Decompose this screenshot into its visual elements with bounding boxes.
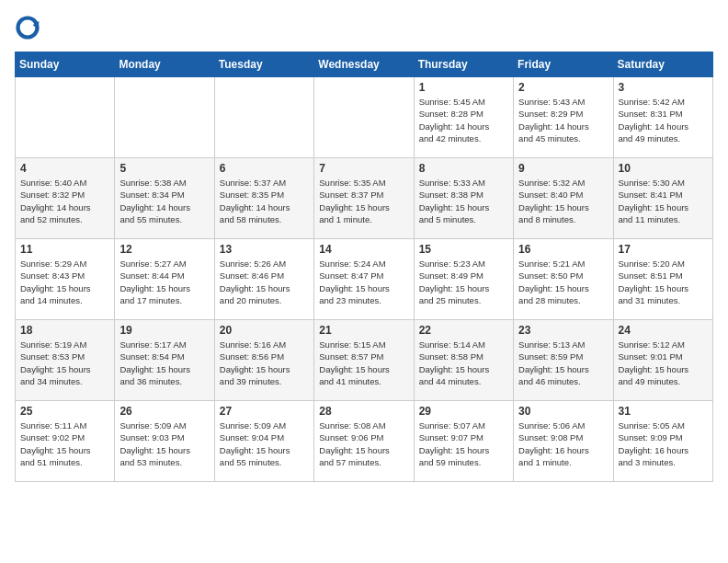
day-number: 7 xyxy=(319,162,408,175)
day-info: Sunrise: 5:23 AM Sunset: 8:49 PM Dayligh… xyxy=(419,258,508,306)
calendar-header-thursday: Thursday xyxy=(414,52,513,77)
day-number: 20 xyxy=(220,324,309,337)
logo xyxy=(15,15,44,40)
calendar-cell: 21Sunrise: 5:15 AM Sunset: 8:57 PM Dayli… xyxy=(314,320,414,401)
calendar-cell xyxy=(214,77,313,158)
day-number: 3 xyxy=(619,81,708,94)
day-number: 15 xyxy=(419,243,508,256)
day-info: Sunrise: 5:24 AM Sunset: 8:47 PM Dayligh… xyxy=(319,258,408,306)
day-info: Sunrise: 5:12 AM Sunset: 9:01 PM Dayligh… xyxy=(619,339,708,387)
day-number: 31 xyxy=(619,405,708,418)
day-number: 1 xyxy=(419,81,508,94)
day-number: 21 xyxy=(319,324,408,337)
calendar-week-1: 1Sunrise: 5:45 AM Sunset: 8:28 PM Daylig… xyxy=(16,77,713,158)
day-number: 5 xyxy=(119,162,209,175)
calendar-cell: 19Sunrise: 5:17 AM Sunset: 8:54 PM Dayli… xyxy=(115,320,214,401)
day-info: Sunrise: 5:38 AM Sunset: 8:34 PM Dayligh… xyxy=(119,177,209,225)
day-info: Sunrise: 5:09 AM Sunset: 9:03 PM Dayligh… xyxy=(119,419,209,468)
day-info: Sunrise: 5:17 AM Sunset: 8:54 PM Dayligh… xyxy=(119,339,209,387)
day-number: 8 xyxy=(419,162,508,175)
day-info: Sunrise: 5:13 AM Sunset: 8:59 PM Dayligh… xyxy=(518,339,608,387)
day-number: 25 xyxy=(20,405,109,418)
day-info: Sunrise: 5:07 AM Sunset: 9:07 PM Dayligh… xyxy=(419,419,508,468)
calendar-week-2: 4Sunrise: 5:40 AM Sunset: 8:32 PM Daylig… xyxy=(16,158,713,239)
day-number: 23 xyxy=(518,324,608,337)
calendar-week-3: 11Sunrise: 5:29 AM Sunset: 8:43 PM Dayli… xyxy=(16,239,713,320)
day-number: 14 xyxy=(319,243,408,256)
calendar-cell: 20Sunrise: 5:16 AM Sunset: 8:56 PM Dayli… xyxy=(214,320,313,401)
calendar-week-4: 18Sunrise: 5:19 AM Sunset: 8:53 PM Dayli… xyxy=(16,320,713,401)
calendar-cell xyxy=(115,77,214,158)
day-number: 4 xyxy=(20,162,109,175)
day-info: Sunrise: 5:26 AM Sunset: 8:46 PM Dayligh… xyxy=(220,258,309,306)
calendar-cell: 22Sunrise: 5:14 AM Sunset: 8:58 PM Dayli… xyxy=(414,320,513,401)
day-info: Sunrise: 5:40 AM Sunset: 8:32 PM Dayligh… xyxy=(20,177,109,225)
calendar-cell: 9Sunrise: 5:32 AM Sunset: 8:40 PM Daylig… xyxy=(514,158,613,239)
day-info: Sunrise: 5:11 AM Sunset: 9:02 PM Dayligh… xyxy=(20,419,109,468)
calendar-header-friday: Friday xyxy=(514,52,613,77)
day-info: Sunrise: 5:32 AM Sunset: 8:40 PM Dayligh… xyxy=(518,177,608,225)
calendar-cell: 7Sunrise: 5:35 AM Sunset: 8:37 PM Daylig… xyxy=(314,158,414,239)
calendar-cell: 1Sunrise: 5:45 AM Sunset: 8:28 PM Daylig… xyxy=(414,77,513,158)
day-number: 27 xyxy=(220,405,309,418)
day-info: Sunrise: 5:21 AM Sunset: 8:50 PM Dayligh… xyxy=(518,258,608,306)
calendar-cell: 26Sunrise: 5:09 AM Sunset: 9:03 PM Dayli… xyxy=(115,401,214,482)
day-info: Sunrise: 5:14 AM Sunset: 8:58 PM Dayligh… xyxy=(419,339,508,387)
calendar-cell: 24Sunrise: 5:12 AM Sunset: 9:01 PM Dayli… xyxy=(613,320,712,401)
day-info: Sunrise: 5:05 AM Sunset: 9:09 PM Dayligh… xyxy=(619,419,708,468)
calendar-header-sunday: Sunday xyxy=(16,52,115,77)
header xyxy=(15,15,713,40)
day-info: Sunrise: 5:42 AM Sunset: 8:31 PM Dayligh… xyxy=(619,96,708,144)
day-info: Sunrise: 5:37 AM Sunset: 8:35 PM Dayligh… xyxy=(220,177,309,225)
calendar-cell: 30Sunrise: 5:06 AM Sunset: 9:08 PM Dayli… xyxy=(514,401,613,482)
day-number: 10 xyxy=(619,162,708,175)
calendar-cell: 13Sunrise: 5:26 AM Sunset: 8:46 PM Dayli… xyxy=(214,239,313,320)
logo-icon xyxy=(15,15,40,40)
calendar-cell: 28Sunrise: 5:08 AM Sunset: 9:06 PM Dayli… xyxy=(314,401,414,482)
calendar-cell: 25Sunrise: 5:11 AM Sunset: 9:02 PM Dayli… xyxy=(16,401,115,482)
day-info: Sunrise: 5:06 AM Sunset: 9:08 PM Dayligh… xyxy=(518,419,608,468)
calendar-cell: 3Sunrise: 5:42 AM Sunset: 8:31 PM Daylig… xyxy=(613,77,712,158)
calendar-cell: 27Sunrise: 5:09 AM Sunset: 9:04 PM Dayli… xyxy=(214,401,313,482)
day-info: Sunrise: 5:15 AM Sunset: 8:57 PM Dayligh… xyxy=(319,339,408,387)
day-number: 26 xyxy=(119,405,209,418)
calendar-cell: 18Sunrise: 5:19 AM Sunset: 8:53 PM Dayli… xyxy=(16,320,115,401)
day-info: Sunrise: 5:20 AM Sunset: 8:51 PM Dayligh… xyxy=(619,258,708,306)
calendar-cell: 14Sunrise: 5:24 AM Sunset: 8:47 PM Dayli… xyxy=(314,239,414,320)
day-number: 2 xyxy=(518,81,608,94)
day-info: Sunrise: 5:30 AM Sunset: 8:41 PM Dayligh… xyxy=(619,177,708,225)
day-number: 16 xyxy=(518,243,608,256)
calendar-cell: 10Sunrise: 5:30 AM Sunset: 8:41 PM Dayli… xyxy=(613,158,712,239)
day-info: Sunrise: 5:27 AM Sunset: 8:44 PM Dayligh… xyxy=(119,258,209,306)
day-info: Sunrise: 5:33 AM Sunset: 8:38 PM Dayligh… xyxy=(419,177,508,225)
calendar-cell xyxy=(314,77,414,158)
day-info: Sunrise: 5:09 AM Sunset: 9:04 PM Dayligh… xyxy=(220,419,309,468)
day-number: 18 xyxy=(20,324,109,337)
day-number: 30 xyxy=(518,405,608,418)
page: SundayMondayTuesdayWednesdayThursdayFrid… xyxy=(0,0,728,497)
calendar-header-wednesday: Wednesday xyxy=(314,52,414,77)
calendar-header-row: SundayMondayTuesdayWednesdayThursdayFrid… xyxy=(16,52,713,77)
calendar-week-5: 25Sunrise: 5:11 AM Sunset: 9:02 PM Dayli… xyxy=(16,401,713,482)
calendar-cell: 11Sunrise: 5:29 AM Sunset: 8:43 PM Dayli… xyxy=(16,239,115,320)
day-info: Sunrise: 5:35 AM Sunset: 8:37 PM Dayligh… xyxy=(319,177,408,225)
day-number: 28 xyxy=(319,405,408,418)
day-number: 19 xyxy=(119,324,209,337)
calendar-cell: 5Sunrise: 5:38 AM Sunset: 8:34 PM Daylig… xyxy=(115,158,214,239)
calendar-cell: 16Sunrise: 5:21 AM Sunset: 8:50 PM Dayli… xyxy=(514,239,613,320)
calendar-cell: 12Sunrise: 5:27 AM Sunset: 8:44 PM Dayli… xyxy=(115,239,214,320)
day-number: 24 xyxy=(619,324,708,337)
calendar-cell: 15Sunrise: 5:23 AM Sunset: 8:49 PM Dayli… xyxy=(414,239,513,320)
day-info: Sunrise: 5:19 AM Sunset: 8:53 PM Dayligh… xyxy=(20,339,109,387)
day-info: Sunrise: 5:45 AM Sunset: 8:28 PM Dayligh… xyxy=(419,96,508,144)
calendar-cell: 2Sunrise: 5:43 AM Sunset: 8:29 PM Daylig… xyxy=(514,77,613,158)
calendar-table: SundayMondayTuesdayWednesdayThursdayFrid… xyxy=(15,52,713,482)
day-number: 17 xyxy=(619,243,708,256)
day-number: 6 xyxy=(220,162,309,175)
svg-point-1 xyxy=(20,20,36,36)
day-number: 11 xyxy=(20,243,109,256)
calendar-cell: 4Sunrise: 5:40 AM Sunset: 8:32 PM Daylig… xyxy=(16,158,115,239)
calendar-cell: 8Sunrise: 5:33 AM Sunset: 8:38 PM Daylig… xyxy=(414,158,513,239)
day-info: Sunrise: 5:08 AM Sunset: 9:06 PM Dayligh… xyxy=(319,419,408,468)
day-info: Sunrise: 5:16 AM Sunset: 8:56 PM Dayligh… xyxy=(220,339,309,387)
